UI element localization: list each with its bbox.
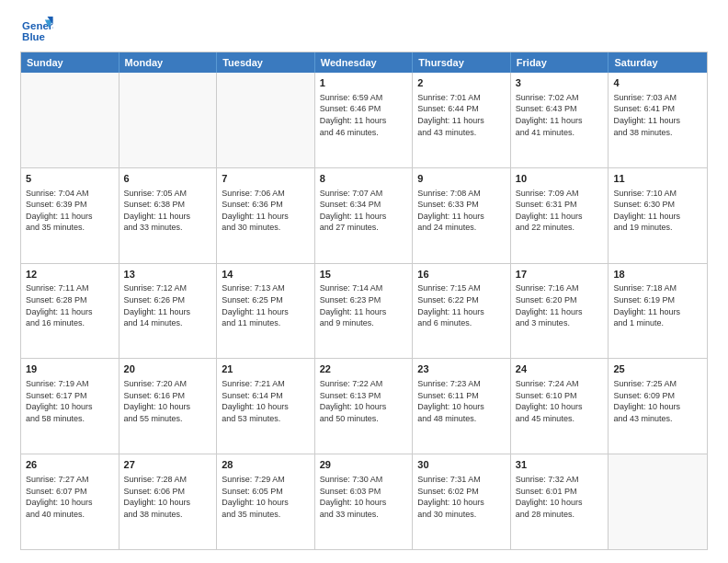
day-number: 1 (320, 76, 408, 90)
day-info-text: Sunrise: 7:02 AM Sunset: 6:43 PM Dayligh… (516, 92, 604, 138)
day-info-text: Sunrise: 7:27 AM Sunset: 6:07 PM Dayligh… (26, 474, 114, 520)
day-number: 10 (516, 172, 604, 186)
day-cell-13: 13Sunrise: 7:12 AM Sunset: 6:26 PM Dayli… (119, 264, 218, 359)
day-number: 9 (417, 172, 506, 186)
day-info-text: Sunrise: 7:09 AM Sunset: 6:31 PM Dayligh… (516, 188, 604, 234)
day-info-text: Sunrise: 7:28 AM Sunset: 6:06 PM Dayligh… (124, 474, 212, 520)
header: General Blue (20, 17, 708, 44)
day-cell-1: 1Sunrise: 6:59 AM Sunset: 6:46 PM Daylig… (315, 73, 414, 167)
day-number: 4 (613, 76, 702, 90)
day-cell-21: 21Sunrise: 7:21 AM Sunset: 6:14 PM Dayli… (217, 359, 315, 454)
day-number: 12 (26, 268, 114, 282)
day-cell-11: 11Sunrise: 7:10 AM Sunset: 6:30 PM Dayli… (609, 168, 707, 263)
calendar-row-0: 1Sunrise: 6:59 AM Sunset: 6:46 PM Daylig… (21, 73, 707, 167)
day-number: 16 (417, 268, 506, 282)
day-info-text: Sunrise: 7:11 AM Sunset: 6:28 PM Dayligh… (26, 282, 114, 328)
day-header-sunday: Sunday (21, 52, 119, 73)
day-number: 30 (417, 458, 506, 472)
day-info-text: Sunrise: 7:04 AM Sunset: 6:39 PM Dayligh… (26, 188, 114, 234)
day-header-thursday: Thursday (413, 52, 511, 73)
day-cell-15: 15Sunrise: 7:14 AM Sunset: 6:23 PM Dayli… (315, 264, 414, 359)
day-number: 17 (516, 268, 604, 282)
day-info-text: Sunrise: 7:08 AM Sunset: 6:33 PM Dayligh… (417, 188, 506, 234)
day-info-text: Sunrise: 7:22 AM Sunset: 6:13 PM Dayligh… (320, 378, 408, 424)
day-number: 25 (613, 362, 702, 376)
day-number: 6 (124, 172, 212, 186)
day-info-text: Sunrise: 7:21 AM Sunset: 6:14 PM Dayligh… (222, 378, 310, 424)
day-cell-12: 12Sunrise: 7:11 AM Sunset: 6:28 PM Dayli… (21, 264, 119, 359)
day-cell-22: 22Sunrise: 7:22 AM Sunset: 6:13 PM Dayli… (315, 359, 414, 454)
calendar-row-2: 12Sunrise: 7:11 AM Sunset: 6:28 PM Dayli… (21, 263, 707, 359)
calendar-row-4: 26Sunrise: 7:27 AM Sunset: 6:07 PM Dayli… (21, 454, 707, 549)
day-info-text: Sunrise: 7:13 AM Sunset: 6:25 PM Dayligh… (222, 282, 310, 328)
day-cell-30: 30Sunrise: 7:31 AM Sunset: 6:02 PM Dayli… (413, 454, 511, 549)
day-cell-16: 16Sunrise: 7:15 AM Sunset: 6:22 PM Dayli… (413, 264, 511, 359)
empty-cell-4-6 (609, 454, 707, 549)
calendar-row-3: 19Sunrise: 7:19 AM Sunset: 6:17 PM Dayli… (21, 358, 707, 454)
day-info-text: Sunrise: 7:18 AM Sunset: 6:19 PM Dayligh… (613, 282, 702, 328)
svg-text:Blue: Blue (22, 31, 45, 42)
day-cell-2: 2Sunrise: 7:01 AM Sunset: 6:44 PM Daylig… (413, 73, 511, 167)
day-header-monday: Monday (119, 52, 218, 73)
calendar: SundayMondayTuesdayWednesdayThursdayFrid… (20, 52, 708, 550)
day-info-text: Sunrise: 7:16 AM Sunset: 6:20 PM Dayligh… (516, 282, 604, 328)
day-cell-28: 28Sunrise: 7:29 AM Sunset: 6:05 PM Dayli… (217, 454, 315, 549)
day-info-text: Sunrise: 6:59 AM Sunset: 6:46 PM Dayligh… (320, 92, 408, 138)
calendar-row-1: 5Sunrise: 7:04 AM Sunset: 6:39 PM Daylig… (21, 167, 707, 263)
day-number: 22 (320, 362, 408, 376)
day-info-text: Sunrise: 7:14 AM Sunset: 6:23 PM Dayligh… (320, 282, 408, 328)
day-cell-6: 6Sunrise: 7:05 AM Sunset: 6:38 PM Daylig… (119, 168, 218, 263)
day-number: 26 (26, 458, 114, 472)
day-number: 20 (124, 362, 212, 376)
day-info-text: Sunrise: 7:30 AM Sunset: 6:03 PM Dayligh… (320, 474, 408, 520)
day-info-text: Sunrise: 7:19 AM Sunset: 6:17 PM Dayligh… (26, 378, 114, 424)
day-info-text: Sunrise: 7:25 AM Sunset: 6:09 PM Dayligh… (613, 378, 702, 424)
day-cell-7: 7Sunrise: 7:06 AM Sunset: 6:36 PM Daylig… (217, 168, 315, 263)
day-cell-19: 19Sunrise: 7:19 AM Sunset: 6:17 PM Dayli… (21, 359, 119, 454)
day-cell-23: 23Sunrise: 7:23 AM Sunset: 6:11 PM Dayli… (413, 359, 511, 454)
day-info-text: Sunrise: 7:29 AM Sunset: 6:05 PM Dayligh… (222, 474, 310, 520)
day-cell-9: 9Sunrise: 7:08 AM Sunset: 6:33 PM Daylig… (413, 168, 511, 263)
day-number: 23 (417, 362, 506, 376)
day-cell-25: 25Sunrise: 7:25 AM Sunset: 6:09 PM Dayli… (609, 359, 707, 454)
day-cell-17: 17Sunrise: 7:16 AM Sunset: 6:20 PM Dayli… (511, 264, 609, 359)
day-info-text: Sunrise: 7:20 AM Sunset: 6:16 PM Dayligh… (124, 378, 212, 424)
day-cell-14: 14Sunrise: 7:13 AM Sunset: 6:25 PM Dayli… (217, 264, 315, 359)
empty-cell-0-0 (21, 73, 119, 167)
day-number: 7 (222, 172, 310, 186)
day-number: 27 (124, 458, 212, 472)
day-number: 31 (516, 458, 604, 472)
calendar-header-row: SundayMondayTuesdayWednesdayThursdayFrid… (21, 52, 707, 73)
day-info-text: Sunrise: 7:10 AM Sunset: 6:30 PM Dayligh… (613, 188, 702, 234)
day-cell-3: 3Sunrise: 7:02 AM Sunset: 6:43 PM Daylig… (511, 73, 609, 167)
day-number: 3 (516, 76, 604, 90)
empty-cell-0-2 (217, 73, 315, 167)
day-number: 8 (320, 172, 408, 186)
day-info-text: Sunrise: 7:24 AM Sunset: 6:10 PM Dayligh… (516, 378, 604, 424)
day-number: 13 (124, 268, 212, 282)
day-cell-26: 26Sunrise: 7:27 AM Sunset: 6:07 PM Dayli… (21, 454, 119, 549)
day-number: 29 (320, 458, 408, 472)
empty-cell-0-1 (119, 73, 218, 167)
day-cell-8: 8Sunrise: 7:07 AM Sunset: 6:34 PM Daylig… (315, 168, 414, 263)
day-cell-10: 10Sunrise: 7:09 AM Sunset: 6:31 PM Dayli… (511, 168, 609, 263)
day-info-text: Sunrise: 7:06 AM Sunset: 6:36 PM Dayligh… (222, 188, 310, 234)
day-number: 2 (417, 76, 506, 90)
day-info-text: Sunrise: 7:32 AM Sunset: 6:01 PM Dayligh… (516, 474, 604, 520)
day-info-text: Sunrise: 7:05 AM Sunset: 6:38 PM Dayligh… (124, 188, 212, 234)
day-number: 18 (613, 268, 702, 282)
day-cell-5: 5Sunrise: 7:04 AM Sunset: 6:39 PM Daylig… (21, 168, 119, 263)
day-info-text: Sunrise: 7:01 AM Sunset: 6:44 PM Dayligh… (417, 92, 506, 138)
day-info-text: Sunrise: 7:07 AM Sunset: 6:34 PM Dayligh… (320, 188, 408, 234)
page: General Blue SundayMondayTuesdayWednesda… (0, 0, 728, 563)
calendar-body: 1Sunrise: 6:59 AM Sunset: 6:46 PM Daylig… (21, 73, 707, 549)
day-number: 5 (26, 172, 114, 186)
day-number: 14 (222, 268, 310, 282)
day-number: 28 (222, 458, 310, 472)
day-number: 24 (516, 362, 604, 376)
logo-icon: General Blue (20, 17, 53, 44)
logo: General Blue (20, 17, 53, 44)
day-number: 21 (222, 362, 310, 376)
day-cell-24: 24Sunrise: 7:24 AM Sunset: 6:10 PM Dayli… (511, 359, 609, 454)
day-number: 19 (26, 362, 114, 376)
